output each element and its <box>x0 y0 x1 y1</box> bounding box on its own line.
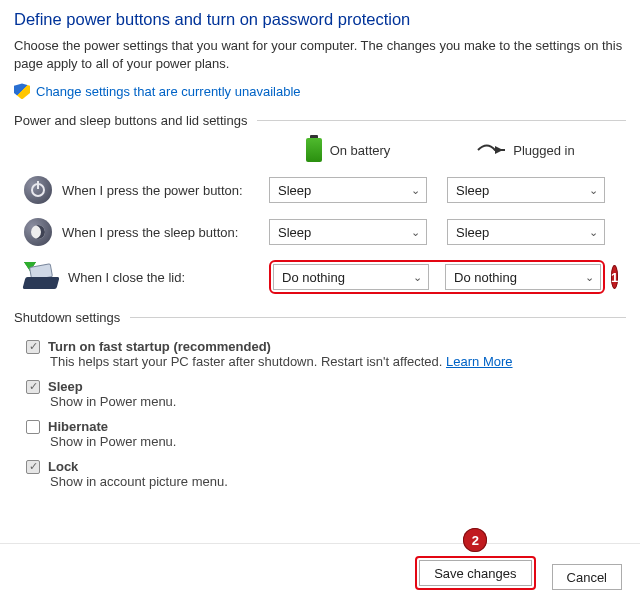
select-value: Do nothing <box>282 270 345 285</box>
close-lid-icon <box>24 265 58 289</box>
chevron-down-icon: ⌄ <box>411 184 420 197</box>
svg-marker-0 <box>495 146 503 154</box>
sleep-button-icon <box>24 218 52 246</box>
row-sleep-button-text: When I press the sleep button: <box>62 225 238 240</box>
shield-icon <box>14 83 30 99</box>
lid-highlight-box: Do nothing ⌄ Do nothing ⌄ <box>269 260 605 294</box>
hibernate-title: Hibernate <box>48 419 108 434</box>
save-highlight-box: Save changes <box>415 556 535 590</box>
save-button[interactable]: Save changes <box>419 560 531 586</box>
select-value: Do nothing <box>454 270 517 285</box>
sleep-button-on-battery-select[interactable]: Sleep ⌄ <box>269 219 427 245</box>
row-close-lid-label: When I close the lid: <box>14 265 269 289</box>
sleep-title: Sleep <box>48 379 83 394</box>
plug-icon <box>477 143 505 157</box>
change-settings-link[interactable]: Change settings that are currently unava… <box>14 83 626 99</box>
fast-startup-title: Turn on fast startup (recommended) <box>48 339 271 354</box>
close-lid-on-battery-select[interactable]: Do nothing ⌄ <box>273 264 429 290</box>
lock-title: Lock <box>48 459 78 474</box>
row-sleep-button-label: When I press the sleep button: <box>14 218 269 246</box>
change-settings-link-text: Change settings that are currently unava… <box>36 84 301 99</box>
battery-icon <box>306 138 322 162</box>
row-close-lid-text: When I close the lid: <box>68 270 185 285</box>
chevron-down-icon: ⌄ <box>411 226 420 239</box>
page-subtitle: Choose the power settings that you want … <box>14 37 626 73</box>
hibernate-desc: Show in Power menu. <box>50 434 626 449</box>
select-value: Sleep <box>456 183 489 198</box>
column-on-battery-label: On battery <box>330 143 391 158</box>
fast-startup-checkbox[interactable] <box>26 340 40 354</box>
section-shutdown-header: Shutdown settings <box>14 310 626 325</box>
option-sleep: Sleep Show in Power menu. <box>26 379 626 409</box>
power-button-on-battery-select[interactable]: Sleep ⌄ <box>269 177 427 203</box>
column-plugged-in-label: Plugged in <box>513 143 574 158</box>
page-title: Define power buttons and turn on passwor… <box>14 10 626 29</box>
option-lock: Lock Show in account picture menu. <box>26 459 626 489</box>
sleep-checkbox[interactable] <box>26 380 40 394</box>
cancel-button[interactable]: Cancel <box>552 564 622 590</box>
learn-more-link[interactable]: Learn More <box>446 354 512 369</box>
sleep-desc: Show in Power menu. <box>50 394 626 409</box>
divider <box>130 317 626 318</box>
fast-startup-desc: This helps start your PC faster after sh… <box>50 354 626 369</box>
sleep-button-plugged-in-select[interactable]: Sleep ⌄ <box>447 219 605 245</box>
power-button-plugged-in-select[interactable]: Sleep ⌄ <box>447 177 605 203</box>
column-on-battery: On battery <box>269 138 427 162</box>
hibernate-checkbox[interactable] <box>26 420 40 434</box>
select-value: Sleep <box>278 183 311 198</box>
column-plugged-in: Plugged in <box>447 143 605 158</box>
divider <box>257 120 626 121</box>
chevron-down-icon: ⌄ <box>585 271 594 284</box>
callout-2: 2 <box>463 528 487 552</box>
option-fast-startup: Turn on fast startup (recommended) This … <box>26 339 626 369</box>
chevron-down-icon: ⌄ <box>589 184 598 197</box>
lock-desc: Show in account picture menu. <box>50 474 626 489</box>
select-value: Sleep <box>278 225 311 240</box>
power-button-icon <box>24 176 52 204</box>
chevron-down-icon: ⌄ <box>413 271 422 284</box>
lock-checkbox[interactable] <box>26 460 40 474</box>
section-power-header-label: Power and sleep buttons and lid settings <box>14 113 247 128</box>
callout-1: 1 <box>611 265 618 289</box>
select-value: Sleep <box>456 225 489 240</box>
close-lid-plugged-in-select[interactable]: Do nothing ⌄ <box>445 264 601 290</box>
section-shutdown-header-label: Shutdown settings <box>14 310 120 325</box>
row-power-button-label: When I press the power button: <box>14 176 269 204</box>
row-power-button-text: When I press the power button: <box>62 183 243 198</box>
chevron-down-icon: ⌄ <box>589 226 598 239</box>
option-hibernate: Hibernate Show in Power menu. <box>26 419 626 449</box>
section-power-header: Power and sleep buttons and lid settings <box>14 113 626 128</box>
